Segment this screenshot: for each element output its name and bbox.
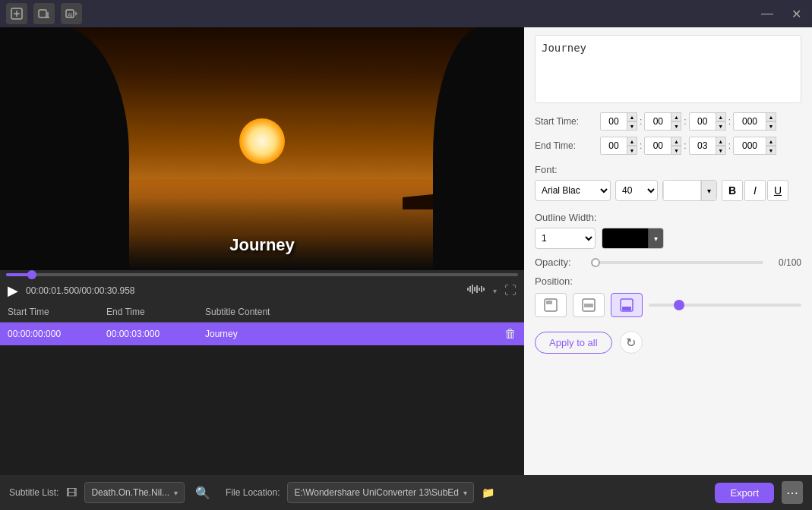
start-min-field[interactable]: ▲ ▼ (644, 112, 681, 131)
row-content: Journey (205, 329, 498, 339)
end-ms-input[interactable] (733, 137, 766, 155)
start-ms-spinners: ▲ ▼ (766, 112, 776, 131)
start-min-input[interactable] (644, 112, 671, 131)
svg-rect-21 (622, 307, 631, 310)
end-min-down[interactable]: ▼ (671, 146, 681, 155)
position-bottom-button[interactable] (611, 293, 643, 317)
start-sec-field[interactable]: ▲ ▼ (689, 112, 726, 131)
table-row[interactable]: 00:00:00:000 00:00:03:000 Journey 🗑 (0, 323, 524, 345)
more-options-button[interactable]: ⋯ (782, 481, 803, 504)
start-sec-spinners: ▲ ▼ (716, 112, 726, 131)
row-end-time: 00:00:03:000 (106, 329, 205, 339)
end-hour-input[interactable] (600, 137, 627, 155)
outline-width-select[interactable]: 1 (535, 228, 596, 249)
position-row (535, 293, 801, 317)
start-hour-input[interactable] (600, 112, 627, 131)
subtitle-table: Start Time End Time Subtitle Content 00:… (0, 302, 524, 475)
play-button[interactable]: ▶ (8, 282, 18, 299)
progress-bar-area[interactable] (0, 270, 524, 279)
add-ai-icon[interactable]: AI (61, 3, 82, 24)
col-start-time-header: Start Time (8, 307, 106, 317)
fullscreen-button[interactable]: ⛶ (504, 284, 517, 298)
subtitle-text-input[interactable]: Journey (535, 35, 801, 103)
end-ms-up[interactable]: ▲ (766, 137, 776, 146)
italic-button[interactable]: I (744, 180, 766, 201)
end-ms-field[interactable]: ▲ ▼ (733, 137, 776, 155)
start-hour-field[interactable]: ▲ ▼ (600, 112, 637, 131)
row-start-time: 00:00:00:000 (8, 329, 106, 339)
close-button[interactable]: ✕ (787, 5, 806, 23)
open-folder-button[interactable]: 📁 (482, 486, 494, 499)
start-hour-spinners: ▲ ▼ (627, 112, 637, 131)
subtitle-search-button[interactable]: 🔍 (195, 486, 210, 500)
progress-track[interactable] (6, 273, 518, 276)
add-project-icon[interactable] (6, 3, 27, 24)
waveform-icon[interactable] (467, 283, 485, 298)
apply-to-all-button[interactable]: Apply to all (535, 332, 612, 354)
end-hour-field[interactable]: ▲ ▼ (600, 137, 637, 155)
font-color-dropdown-btn[interactable]: ▾ (701, 180, 716, 201)
outline-color-dropdown-btn[interactable]: ▾ (648, 228, 663, 249)
export-button[interactable]: Export (715, 483, 774, 503)
start-hour-up[interactable]: ▲ (627, 112, 637, 121)
start-ms-input[interactable] (733, 112, 766, 131)
text-format-buttons: B I U (722, 180, 788, 201)
position-center-button[interactable] (573, 293, 605, 317)
font-color-picker[interactable]: ▾ (662, 180, 717, 201)
start-sec-down[interactable]: ▼ (716, 121, 726, 131)
start-sec-up[interactable]: ▲ (716, 112, 726, 121)
svg-rect-8 (467, 288, 469, 291)
end-min-field[interactable]: ▲ ▼ (644, 137, 681, 155)
end-ms-down[interactable]: ▼ (766, 146, 776, 155)
end-time-row: End Time: ▲ ▼ : ▲ ▼ (535, 137, 801, 155)
start-sec-input[interactable] (689, 112, 716, 131)
add-window-icon[interactable] (33, 3, 55, 24)
underline-button[interactable]: U (767, 180, 788, 201)
start-min-up[interactable]: ▲ (671, 112, 681, 121)
font-size-select[interactable]: 40 (615, 180, 658, 201)
col-end-time-header: End Time (106, 307, 205, 317)
col-content-header: Subtitle Content (205, 307, 517, 317)
outline-color-picker[interactable]: ▾ (602, 228, 664, 249)
delete-row-button[interactable]: 🗑 (504, 327, 517, 341)
opacity-slider[interactable] (596, 261, 763, 264)
opacity-label: Opacity: (535, 257, 588, 268)
waveform-dropdown[interactable]: ▾ (493, 287, 497, 295)
progress-thumb[interactable] (27, 270, 36, 279)
end-sec-input[interactable] (689, 137, 716, 155)
svg-rect-13 (479, 288, 480, 291)
font-family-select[interactable]: Arial Blac (535, 180, 611, 201)
file-location-selector[interactable]: E:\Wondershare UniConverter 13\SubEd ▾ (287, 482, 474, 503)
end-sec-up[interactable]: ▲ (716, 137, 726, 146)
position-slider[interactable] (649, 304, 801, 307)
end-sec-down[interactable]: ▼ (716, 146, 726, 155)
outline-color-swatch[interactable] (602, 228, 648, 249)
end-hour-down[interactable]: ▼ (627, 146, 637, 155)
file-location-path: E:\Wondershare UniConverter 13\SubEd (294, 487, 459, 498)
svg-rect-19 (584, 304, 593, 307)
start-hour-down[interactable]: ▼ (627, 121, 637, 131)
start-time-label: Start Time: (535, 116, 596, 127)
start-ms-up[interactable]: ▲ (766, 112, 776, 121)
bold-button[interactable]: B (722, 180, 743, 201)
start-ms-field[interactable]: ▲ ▼ (733, 112, 776, 131)
font-color-swatch[interactable] (663, 180, 701, 201)
end-time-label: End Time: (535, 140, 596, 151)
position-slider-thumb[interactable] (674, 300, 684, 310)
minimize-button[interactable]: — (757, 5, 778, 23)
end-min-input[interactable] (644, 137, 671, 155)
end-sec-field[interactable]: ▲ ▼ (689, 137, 726, 155)
svg-rect-14 (481, 286, 482, 292)
opacity-value: 0/100 (771, 257, 801, 268)
end-hour-up[interactable]: ▲ (627, 137, 637, 146)
refresh-button[interactable]: ↻ (620, 331, 643, 354)
position-top-left-button[interactable] (535, 293, 567, 317)
svg-rect-9 (469, 286, 471, 292)
opacity-thumb[interactable] (591, 258, 600, 267)
end-min-up[interactable]: ▲ (671, 137, 681, 146)
start-min-down[interactable]: ▼ (671, 121, 681, 131)
start-ms-down[interactable]: ▼ (766, 121, 776, 131)
subtitle-table-header: Start Time End Time Subtitle Content (0, 302, 524, 323)
subtitle-file-selector[interactable]: Death.On.The.Nil... ▾ (84, 482, 185, 503)
end-hour-spinners: ▲ ▼ (627, 137, 637, 155)
